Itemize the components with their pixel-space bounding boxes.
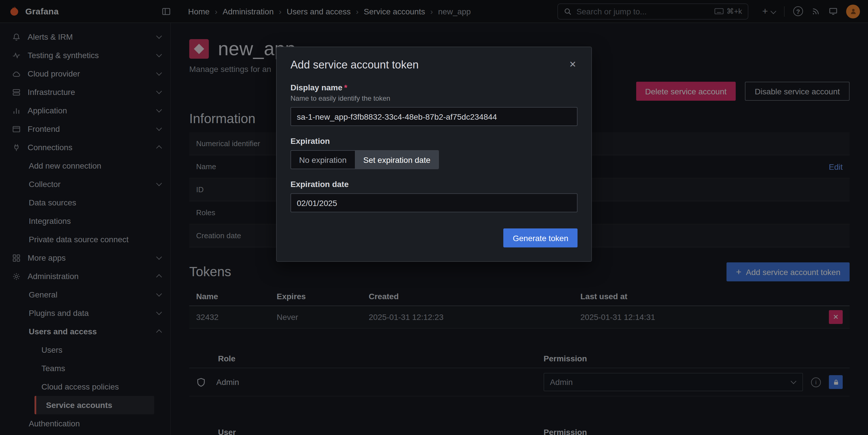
required-mark: * [344,83,347,92]
app: Grafana Home › Administration › Users an… [0,0,868,435]
display-name-label: Display name * [290,83,578,92]
display-name-input[interactable] [290,107,578,126]
expiration-label: Expiration [290,136,578,146]
generate-token-button[interactable]: Generate token [504,228,578,247]
option-no-expiration[interactable]: No expiration [291,151,354,168]
display-name-help: Name to easily identify the token [290,94,578,102]
add-token-modal: Add service account token ✕ Display name… [276,46,592,262]
modal-title: Add service account token [290,59,419,71]
expiration-toggle: No expiration Set expiration date [290,150,439,169]
close-icon[interactable]: ✕ [568,59,578,70]
expiration-date-input[interactable] [290,193,578,212]
expiration-date-label: Expiration date [290,180,578,189]
option-set-expiration-date[interactable]: Set expiration date [354,151,439,168]
